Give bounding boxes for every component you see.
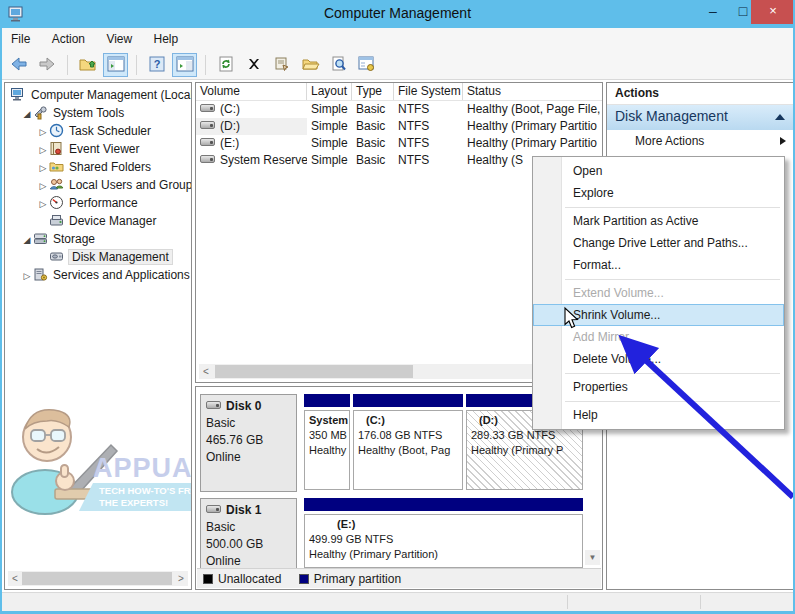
tree-item-device-manager[interactable]: Device Manager bbox=[7, 212, 191, 230]
collapsed-arrow-icon[interactable]: ▷ bbox=[37, 195, 49, 213]
menu-help[interactable]: Help bbox=[145, 28, 188, 46]
statusbar-separator bbox=[567, 595, 568, 609]
tree-item-label: System Tools bbox=[53, 106, 124, 120]
menu-item-delete-volume[interactable]: Delete Volume... bbox=[533, 348, 784, 370]
collapsed-arrow-icon[interactable]: ▷ bbox=[21, 267, 33, 285]
minimize-button[interactable]: – bbox=[699, 0, 727, 24]
properties-icon[interactable] bbox=[271, 54, 294, 76]
tree-item-storage[interactable]: ◢Storage bbox=[7, 230, 191, 248]
volume-row-d[interactable]: (D:) Simple Basic NTFS Healthy (Primary … bbox=[196, 118, 602, 135]
scrollbar-thumb[interactable] bbox=[22, 572, 172, 585]
disk-1-header[interactable]: Disk 1 Basic 500.00 GB Online bbox=[200, 498, 297, 570]
volume-row-c[interactable]: (C:) Simple Basic NTFS Healthy (Boot, Pa… bbox=[196, 101, 602, 118]
help-window-icon[interactable] bbox=[356, 54, 379, 76]
expanded-arrow-icon[interactable]: ◢ bbox=[21, 105, 33, 123]
disk-kind: Basic bbox=[206, 415, 291, 432]
device-manager-icon bbox=[49, 213, 65, 228]
menu-item-shrink-volume[interactable]: Shrink Volume... bbox=[533, 304, 784, 326]
disk-size: 500.00 GB bbox=[206, 536, 291, 553]
disk-name: Disk 0 bbox=[226, 399, 261, 413]
column-header-type[interactable]: Type bbox=[352, 83, 394, 100]
collapsed-arrow-icon[interactable]: ▷ bbox=[37, 123, 49, 141]
tree-horizontal-scrollbar[interactable]: < > bbox=[8, 571, 188, 586]
toolbar-separator bbox=[205, 55, 206, 75]
partition-c[interactable]: (C:) 176.08 GB NTFS Healthy (Boot, Pag bbox=[353, 394, 463, 492]
delete-icon[interactable] bbox=[242, 54, 265, 76]
column-header-layout[interactable]: Layout bbox=[307, 83, 352, 100]
menu-action[interactable]: Action bbox=[43, 28, 94, 46]
statusbar-separator bbox=[700, 595, 701, 609]
toolbar-separator bbox=[67, 55, 68, 75]
volume-icon bbox=[200, 155, 215, 163]
column-header-file-system[interactable]: File System bbox=[394, 83, 463, 100]
tree-item-local-users-and-groups[interactable]: ▷Local Users and Groups bbox=[7, 176, 191, 194]
status-bar bbox=[2, 592, 793, 611]
collapsed-arrow-icon[interactable]: ▷ bbox=[37, 159, 49, 177]
partition-color-bar bbox=[304, 394, 350, 407]
services-icon bbox=[33, 267, 49, 282]
menu-item-properties[interactable]: Properties bbox=[533, 376, 784, 398]
help-icon[interactable]: ? bbox=[145, 54, 168, 76]
tree-item-services-and-applications[interactable]: ▷Services and Applications bbox=[7, 266, 191, 284]
menu-item-mark-partition-active[interactable]: Mark Partition as Active bbox=[533, 210, 784, 232]
menu-view[interactable]: View bbox=[97, 28, 141, 46]
legend-label: Unallocated bbox=[218, 572, 281, 586]
menu-item-explore[interactable]: Explore bbox=[533, 182, 784, 204]
scroll-left-icon[interactable]: < bbox=[199, 364, 213, 379]
refresh-icon[interactable] bbox=[214, 54, 237, 76]
scrollbar-thumb[interactable] bbox=[215, 365, 413, 378]
scroll-down-icon[interactable]: ▼ bbox=[585, 550, 600, 565]
actions-section-disk-management[interactable]: Disk Management bbox=[607, 105, 794, 130]
partition-system-reserved[interactable]: System Reserved 350 MB Healthy (Syste bbox=[304, 394, 350, 492]
more-actions-item[interactable]: More Actions bbox=[607, 130, 794, 152]
up-folder-icon[interactable] bbox=[76, 54, 99, 76]
back-icon[interactable] bbox=[7, 54, 30, 76]
menu-item-extend-volume: Extend Volume... bbox=[533, 282, 784, 304]
forward-icon[interactable] bbox=[35, 54, 58, 76]
disk-name: Disk 1 bbox=[226, 503, 261, 517]
tree-item-label: Shared Folders bbox=[69, 160, 151, 174]
window-title: Computer Management bbox=[2, 5, 793, 21]
menu-item-help[interactable]: Help bbox=[533, 404, 784, 426]
actions-section-title: Disk Management bbox=[615, 108, 728, 124]
column-header-volume[interactable]: Volume bbox=[196, 83, 307, 100]
collapsed-arrow-icon[interactable]: ▷ bbox=[37, 141, 49, 159]
menu-item-format[interactable]: Format... bbox=[533, 254, 784, 276]
tree-item-event-viewer[interactable]: ▷Event Viewer bbox=[7, 140, 191, 158]
tree-item-label: Storage bbox=[53, 232, 95, 246]
tree-item-shared-folders[interactable]: ▷Shared Folders bbox=[7, 158, 191, 176]
tree-item-computer-management[interactable]: Computer Management (Local bbox=[7, 86, 191, 104]
show-console-tree-icon[interactable] bbox=[104, 54, 127, 76]
close-button[interactable]: × bbox=[751, 0, 795, 24]
tree-item-task-scheduler[interactable]: ▷Task Scheduler bbox=[7, 122, 191, 140]
disk-icon bbox=[206, 401, 221, 409]
volume-row-e[interactable]: (E:) Simple Basic NTFS Healthy (Primary … bbox=[196, 135, 602, 152]
menu-item-open[interactable]: Open bbox=[533, 160, 784, 182]
scroll-right-icon[interactable]: > bbox=[174, 571, 188, 586]
expanded-arrow-icon[interactable]: ◢ bbox=[21, 231, 33, 249]
collapsed-arrow-icon[interactable]: ▷ bbox=[37, 177, 49, 195]
menu-file[interactable]: File bbox=[2, 28, 39, 46]
menu-item-add-mirror: Add Mirror bbox=[533, 326, 784, 348]
computer-icon bbox=[11, 87, 27, 102]
tree-item-system-tools[interactable]: ◢System Tools bbox=[7, 104, 191, 122]
tree-item-disk-management[interactable]: Disk Management bbox=[7, 248, 191, 266]
menu-item-change-drive-letter[interactable]: Change Drive Letter and Paths... bbox=[533, 232, 784, 254]
disk-0-header[interactable]: Disk 0 Basic 465.76 GB Online bbox=[200, 394, 297, 492]
disk-1-row: Disk 1 Basic 500.00 GB Online (E:) 499.9… bbox=[200, 498, 592, 570]
actions-header: Actions bbox=[607, 83, 794, 105]
volume-icon bbox=[200, 104, 215, 112]
find-icon[interactable] bbox=[327, 54, 350, 76]
menubar: File Action View Help bbox=[2, 28, 793, 51]
primary-partition-swatch bbox=[299, 574, 309, 584]
show-action-pane-icon[interactable] bbox=[173, 54, 196, 76]
toolbar-separator bbox=[136, 55, 137, 75]
scroll-left-icon[interactable]: < bbox=[8, 571, 22, 586]
more-actions-label: More Actions bbox=[635, 134, 704, 148]
collapse-up-icon[interactable] bbox=[775, 114, 785, 120]
titlebar[interactable]: Computer Management – □ × bbox=[2, 0, 793, 28]
column-header-status[interactable]: Status bbox=[463, 83, 602, 100]
tree-item-performance[interactable]: ▷Performance bbox=[7, 194, 191, 212]
partition-e[interactable]: (E:) 499.99 GB NTFS Healthy (Primary Par… bbox=[304, 498, 583, 570]
open-folder-icon[interactable] bbox=[299, 54, 322, 76]
